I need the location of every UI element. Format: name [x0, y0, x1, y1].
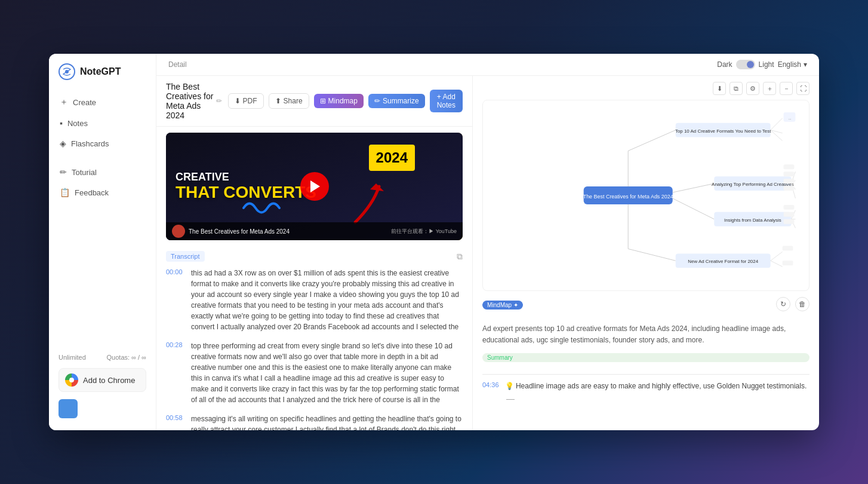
share-label: Share: [284, 97, 303, 105]
summary-divider: [482, 374, 809, 375]
zoom-in-btn[interactable]: ＋: [763, 82, 776, 95]
share-icon: ⬆: [275, 97, 281, 105]
mindmap-icon: ⊞: [320, 97, 326, 105]
svg-line-25: [771, 252, 783, 261]
year-badge: 2024: [369, 145, 415, 171]
svg-text:Insights from Data Analysis: Insights from Data Analysis: [724, 218, 781, 223]
transcript-badge: Transcript: [166, 251, 205, 262]
add-notes-button[interactable]: + Add Notes: [430, 90, 463, 112]
refresh-btn[interactable]: ↻: [776, 297, 790, 311]
svg-rect-29: [784, 179, 795, 183]
language-selector[interactable]: English ▾: [778, 60, 807, 69]
ts-time-0: 00:00: [166, 268, 185, 332]
light-label: Light: [759, 60, 774, 69]
mindmap-tag: MindMap ✦: [482, 301, 523, 310]
sidebar-item-flashcards[interactable]: ◈ Flashcards: [54, 134, 151, 153]
expand-indicator[interactable]: —: [482, 394, 809, 403]
pdf-button[interactable]: ⬇ PDF: [228, 93, 264, 109]
add-to-chrome-button[interactable]: Add to Chrome: [59, 368, 146, 392]
theme-toggle-switch[interactable]: [736, 60, 755, 69]
sidebar-item-create[interactable]: ＋ Create: [54, 92, 151, 112]
video-thumbnail[interactable]: CREATIVE THAT CONVERTS 2024 T: [166, 133, 463, 240]
chrome-icon: [65, 373, 78, 387]
mindmap-svg: The Best Creatives for Meta Ads 2024 Top…: [483, 100, 809, 290]
sidebar-item-notes[interactable]: ▪ Notes: [54, 114, 151, 133]
notes-icon: ▪: [60, 118, 63, 128]
copy-icon[interactable]: ⧉: [457, 252, 463, 262]
quota-label: Unlimited: [59, 354, 86, 361]
svg-rect-34: [783, 246, 793, 250]
svg-rect-35: [783, 261, 793, 265]
settings-tool-btn[interactable]: ⚙: [746, 82, 759, 95]
chevron-down-icon: ▾: [804, 60, 807, 69]
summarize-label: Summarize: [383, 97, 419, 105]
dark-label: Dark: [717, 60, 732, 69]
summarize-button[interactable]: ✏ Summarize: [368, 94, 425, 108]
arrow-decoration: [343, 180, 391, 228]
video-title-bar: The Best Creatives for Meta Ads 2024 ✏ ⬇…: [156, 76, 472, 127]
svg-rect-33: [784, 219, 795, 224]
quota-value: Quotas: ∞ / ∞: [107, 354, 146, 361]
svg-line-11: [673, 183, 715, 192]
toolbar-buttons: ⬇ PDF ⬆ Share ⊞ Mindmap: [228, 90, 463, 112]
detail-label: Detail: [168, 60, 187, 69]
youtube-badge: 前往平台观看：▶ YouTube: [391, 228, 457, 235]
svg-text:Top 10 Ad Creative Formats You: Top 10 Ad Creative Formats You Need to T…: [675, 128, 771, 134]
svg-rect-32: [784, 212, 795, 217]
transcript-header: Transcript ⧉: [166, 251, 463, 262]
svg-rect-27: [784, 164, 795, 169]
app-window: NoteGPT ＋ Create ▪ Notes ◈ Flashcards ✏ …: [49, 54, 819, 430]
svg-rect-28: [784, 171, 795, 176]
sidebar: NoteGPT ＋ Create ▪ Notes ◈ Flashcards ✏ …: [49, 54, 156, 430]
transcript-area[interactable]: Transcript ⧉ 00:00 this ad had a 3X row …: [156, 246, 472, 430]
svg-rect-30: [784, 186, 795, 191]
transcript-entry-0: 00:00 this ad had a 3X row as on over $1…: [166, 268, 463, 332]
summary-time-0: 04:36: [482, 381, 499, 388]
svg-text:The Best Creatives for Meta Ad: The Best Creatives for Meta Ads 2024: [583, 194, 673, 200]
summary-text-0: 💡 Headline image ads are easy to make an…: [505, 381, 807, 391]
edit-icon[interactable]: ✏: [216, 97, 222, 105]
ts-text-1: top three performing ad creat from every…: [191, 341, 463, 405]
svg-point-1: [65, 70, 69, 73]
page-header: Detail Dark Light English ▾: [156, 54, 819, 76]
quota-bar: Unlimited Quotas: ∞ / ∞: [59, 354, 146, 361]
summary-tag: Summary: [482, 353, 809, 362]
play-button[interactable]: [300, 172, 329, 201]
sidebar-bottom: Unlimited Quotas: ∞ / ∞ Add to Chrome: [49, 354, 156, 421]
summary-entry-0: 04:36 💡 Headline image ads are easy to m…: [482, 381, 809, 391]
fullscreen-btn[interactable]: ⛶: [796, 82, 809, 95]
download-tool-btn[interactable]: ⬇: [713, 82, 726, 95]
add-notes-label: + Add Notes: [437, 93, 455, 109]
sidebar-item-notes-label: Notes: [67, 119, 88, 128]
share-button[interactable]: ⬆ Share: [269, 93, 309, 109]
notegpt-logo-icon: [59, 63, 75, 80]
sidebar-item-tutorial-label: Toturial: [72, 168, 97, 177]
sidebar-item-create-label: Create: [73, 98, 96, 107]
svg-line-17: [673, 198, 715, 219]
sidebar-item-feedback[interactable]: 📋 Feedback: [54, 183, 151, 202]
ts-time-2: 00:58: [166, 414, 185, 430]
copy-tool-btn[interactable]: ⧉: [730, 82, 743, 95]
svg-line-5: [628, 130, 676, 151]
ts-time-1: 00:28: [166, 341, 185, 405]
svg-line-23: [628, 249, 676, 261]
sidebar-logo: NoteGPT: [49, 63, 156, 92]
transcript-entry-2: 00:58 messaging it's all writing on spec…: [166, 413, 463, 430]
sidebar-item-feedback-label: Feedback: [75, 188, 109, 197]
svg-text:Analyzing Top Performing Ad Cr: Analyzing Top Performing Ad Creatives: [712, 182, 794, 187]
transcript-entries: 00:00 this ad had a 3X row as on over $1…: [166, 268, 463, 430]
summary-description: Ad expert presents top 10 ad creative fo…: [482, 323, 809, 346]
app-title: NoteGPT: [80, 66, 121, 77]
left-panel: The Best Creatives for Meta Ads 2024 ✏ ⬇…: [156, 76, 473, 430]
tutorial-icon: ✏: [60, 167, 67, 177]
summarize-icon: ✏: [374, 97, 380, 105]
svg-line-7: [771, 118, 783, 130]
zoom-out-btn[interactable]: －: [780, 82, 793, 95]
theme-toggle-area: Dark Light English ▾: [717, 60, 807, 69]
mindmap-button[interactable]: ⊞ Mindmap: [314, 94, 364, 108]
delete-btn[interactable]: 🗑: [795, 297, 809, 311]
user-avatar: [59, 399, 78, 418]
pdf-icon: ⬇: [235, 97, 241, 105]
right-panel[interactable]: ⬇ ⧉ ⚙ ＋ － ⛶ The Best Creatives for Meta …: [473, 76, 819, 430]
sidebar-item-tutorial[interactable]: ✏ Toturial: [54, 163, 151, 182]
